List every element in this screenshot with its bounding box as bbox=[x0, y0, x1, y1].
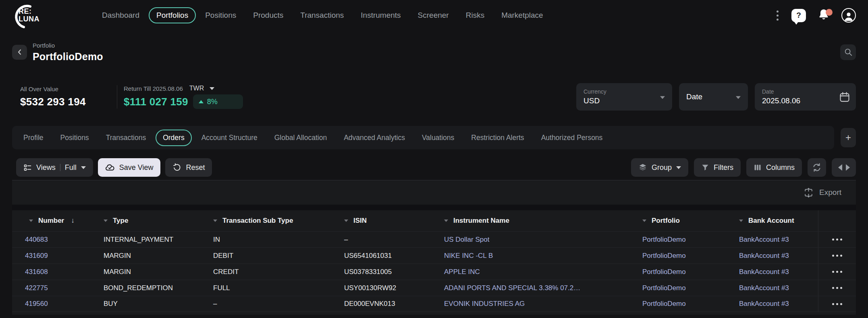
column-header-bank-account[interactable]: Bank Account bbox=[726, 217, 818, 225]
column-menu-icon[interactable] bbox=[213, 220, 217, 222]
tab-profile[interactable]: Profile bbox=[16, 130, 51, 146]
column-header-portfolio[interactable]: Portfolio bbox=[629, 217, 726, 225]
column-menu-icon[interactable] bbox=[739, 220, 743, 222]
order-isin: US0378331005 bbox=[331, 268, 431, 276]
summary-bar: All Over Value $532 293 194 Return Till … bbox=[0, 77, 868, 116]
add-tab-button[interactable]: + bbox=[841, 128, 856, 147]
search-button[interactable] bbox=[840, 44, 856, 60]
top-nav: RE: LUNA Dashboard Portfolios Positions … bbox=[0, 0, 868, 31]
order-number-link[interactable]: 440683 bbox=[12, 236, 91, 244]
column-menu-icon[interactable] bbox=[104, 220, 108, 222]
order-sub-type: DEBIT bbox=[200, 252, 331, 260]
nav-item-positions[interactable]: Positions bbox=[197, 7, 244, 23]
nav-item-screener[interactable]: Screener bbox=[410, 7, 457, 23]
tab-restriction-alerts[interactable]: Restriction Alerts bbox=[464, 130, 531, 146]
portfolio-link[interactable]: PortfolioDemo bbox=[629, 236, 726, 244]
currency-select[interactable]: Currency USD bbox=[576, 83, 672, 111]
views-current-value: Full bbox=[65, 163, 77, 172]
app-logo[interactable]: RE: LUNA bbox=[12, 2, 73, 28]
bank-account-link[interactable]: BankAccount #3 bbox=[726, 252, 818, 260]
group-button[interactable]: Group bbox=[631, 158, 688, 177]
instrument-link[interactable]: NIKE INC -CL B bbox=[431, 252, 629, 260]
order-number-link[interactable]: 431609 bbox=[12, 252, 91, 260]
return-method-select[interactable]: TWR bbox=[189, 85, 214, 92]
refresh-button[interactable] bbox=[808, 158, 826, 177]
user-avatar[interactable] bbox=[841, 8, 856, 23]
order-number-link[interactable]: 431608 bbox=[12, 268, 91, 276]
views-button[interactable]: Views Full bbox=[16, 158, 93, 177]
bank-account-link[interactable]: BankAccount #3 bbox=[726, 284, 818, 292]
filters-button[interactable]: Filters bbox=[694, 158, 741, 177]
tab-transactions[interactable]: Transactions bbox=[99, 130, 154, 146]
nav-item-instruments[interactable]: Instruments bbox=[353, 7, 408, 23]
column-menu-icon[interactable] bbox=[344, 220, 348, 222]
column-pager-button[interactable] bbox=[832, 158, 856, 177]
column-label: Number bbox=[38, 217, 64, 225]
column-header-number[interactable]: Number ↓ bbox=[12, 217, 91, 225]
portfolio-link[interactable]: PortfolioDemo bbox=[629, 268, 726, 276]
currency-label: Currency bbox=[584, 88, 606, 95]
portfolio-link[interactable]: PortfolioDemo bbox=[629, 284, 726, 292]
tab-account-structure[interactable]: Account Structure bbox=[194, 130, 265, 146]
help-icon[interactable]: ? bbox=[791, 9, 806, 22]
column-menu-icon[interactable] bbox=[29, 220, 33, 222]
chevron-left-icon bbox=[17, 49, 23, 55]
column-menu-icon[interactable] bbox=[444, 220, 448, 222]
tab-positions[interactable]: Positions bbox=[53, 130, 96, 146]
date-type-select[interactable]: Date bbox=[679, 83, 748, 111]
date-label: Date bbox=[762, 88, 800, 95]
reset-button[interactable]: Reset bbox=[165, 158, 212, 177]
row-actions-menu[interactable] bbox=[818, 280, 856, 296]
instrument-link[interactable]: EVONIK INDUSTRIES AG bbox=[431, 300, 629, 308]
column-menu-icon[interactable] bbox=[642, 220, 646, 222]
tab-advanced-analytics[interactable]: Advanced Analytics bbox=[336, 130, 412, 146]
export-button[interactable]: Export bbox=[803, 187, 841, 198]
search-icon bbox=[844, 48, 853, 56]
column-header-isin[interactable]: ISIN bbox=[331, 217, 431, 225]
order-isin: DE000EVNK013 bbox=[331, 300, 431, 308]
instrument-link[interactable]: APPLE INC bbox=[431, 268, 629, 276]
bank-account-link[interactable]: BankAccount #3 bbox=[726, 300, 818, 308]
order-number-link[interactable]: 419560 bbox=[12, 300, 91, 308]
nav-item-transactions[interactable]: Transactions bbox=[293, 7, 351, 23]
column-label: Bank Account bbox=[748, 217, 794, 225]
nav-item-products[interactable]: Products bbox=[245, 7, 291, 23]
row-actions-menu[interactable] bbox=[818, 264, 856, 280]
main-nav: Dashboard Portfolios Positions Products … bbox=[94, 7, 551, 23]
row-actions-menu[interactable] bbox=[818, 232, 856, 247]
save-view-button[interactable]: Save View bbox=[98, 158, 161, 177]
instrument-link[interactable]: US Dollar Spot bbox=[431, 236, 629, 244]
order-type: BOND_REDEMPTION bbox=[91, 284, 200, 292]
column-header-instrument-name[interactable]: Instrument Name bbox=[431, 217, 629, 225]
table-row: 419560 BUY – DE000EVNK013 EVONIK INDUSTR… bbox=[12, 296, 856, 312]
back-button[interactable] bbox=[12, 45, 27, 60]
portfolio-link[interactable]: PortfolioDemo bbox=[629, 252, 726, 260]
row-actions-menu[interactable] bbox=[818, 296, 856, 312]
bank-account-link[interactable]: BankAccount #3 bbox=[726, 236, 818, 244]
kebab-menu-icon[interactable] bbox=[775, 9, 780, 22]
grid-toolbar-right: Group Filters Columns bbox=[625, 158, 856, 177]
date-picker[interactable]: Date 2025.08.06 bbox=[755, 83, 856, 111]
nav-item-risks[interactable]: Risks bbox=[458, 7, 492, 23]
tab-orders[interactable]: Orders bbox=[156, 130, 191, 146]
column-label: Transaction Sub Type bbox=[222, 217, 293, 225]
columns-button[interactable]: Columns bbox=[746, 158, 802, 177]
chevron-down-icon bbox=[736, 96, 741, 99]
tab-valuations[interactable]: Valuations bbox=[415, 130, 461, 146]
portfolio-link[interactable]: PortfolioDemo bbox=[629, 300, 726, 308]
nav-item-portfolios[interactable]: Portfolios bbox=[149, 7, 196, 23]
tab-global-allocation[interactable]: Global Allocation bbox=[267, 130, 334, 146]
nav-item-marketplace[interactable]: Marketplace bbox=[494, 7, 551, 23]
nav-item-dashboard[interactable]: Dashboard bbox=[94, 7, 147, 23]
summary-divider bbox=[117, 85, 117, 109]
instrument-link[interactable]: ADANI PORTS AND SPECIAL 3.38% 07.2… bbox=[431, 284, 629, 292]
row-actions-menu[interactable] bbox=[818, 248, 856, 264]
person-icon bbox=[843, 10, 854, 22]
column-header-type[interactable]: Type bbox=[91, 217, 200, 225]
order-number-link[interactable]: 422775 bbox=[12, 284, 91, 292]
column-header-transaction-sub-type[interactable]: Transaction Sub Type bbox=[200, 217, 331, 225]
tab-authorized-persons[interactable]: Authorized Persons bbox=[534, 130, 610, 146]
bank-account-link[interactable]: BankAccount #3 bbox=[726, 268, 818, 276]
notifications-bell-icon[interactable] bbox=[817, 8, 830, 23]
chevron-left-icon bbox=[838, 164, 842, 171]
